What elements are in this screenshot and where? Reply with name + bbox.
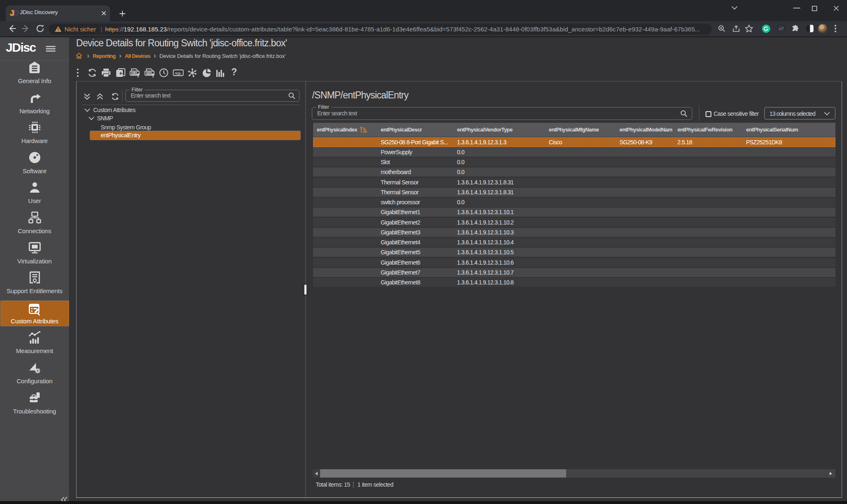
svg-text:XLS: XLS — [132, 72, 136, 74]
svg-text:CSV: CSV — [146, 72, 151, 74]
svg-text:SQL: SQL — [175, 72, 182, 75]
